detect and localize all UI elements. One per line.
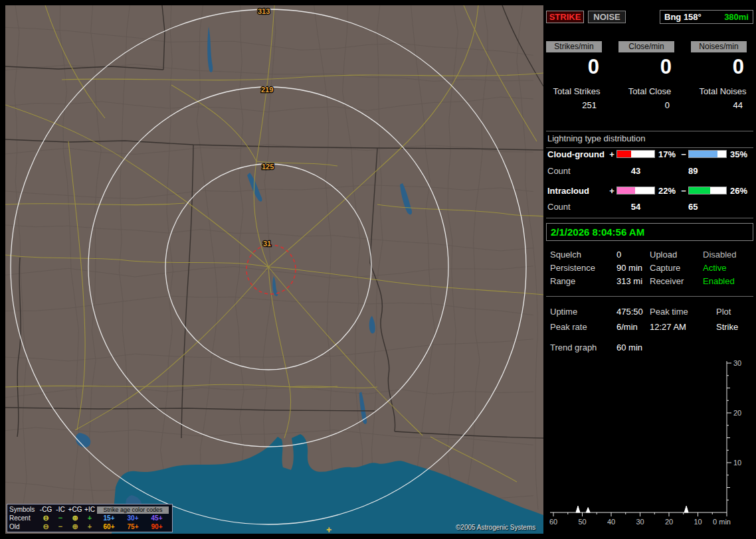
- ring-label-125: 125: [262, 163, 274, 171]
- age-15: 15+: [97, 514, 121, 522]
- strikes-per-min-value: 0: [546, 55, 602, 79]
- settings-row: Range 313 mi Receiver Enabled: [550, 276, 753, 287]
- stats-row: Uptime 475:50 Peak time Plot: [550, 307, 753, 317]
- plot-label: Plot: [716, 307, 753, 317]
- close-per-min-value: 0: [618, 55, 674, 79]
- close-per-min-label: Close/min: [618, 41, 674, 52]
- svg-text:30: 30: [733, 359, 741, 367]
- trend-graph-label: Trend graph: [550, 343, 616, 353]
- cg-count-row: Count 43 89: [546, 165, 753, 176]
- recent-nic-icon: −: [53, 514, 68, 522]
- dist-name: Cloud-ground: [546, 149, 607, 159]
- squelch-value: 0: [616, 250, 650, 260]
- cg-positive-count: 43: [616, 166, 655, 176]
- ring-label-219: 219: [261, 86, 273, 94]
- svg-text:40: 40: [607, 518, 615, 526]
- receiver-label: Receiver: [650, 276, 703, 287]
- total-strikes-label: Total Strikes: [546, 86, 607, 96]
- trend-window-value: 60 min: [616, 343, 753, 353]
- total-noises-label: Total Noises: [692, 86, 753, 96]
- ic-negative-count: 65: [688, 202, 698, 212]
- divider: [546, 296, 753, 297]
- age-90: 90+: [145, 522, 169, 531]
- lightning-map[interactable]: 313 219 125 31 + ©2005 Astrogenic System…: [5, 5, 543, 534]
- legend-recent-row: Recent ⊖ − ⊕ + 15+ 30+ 45+: [9, 514, 170, 522]
- legend-col-pcg: +CG: [68, 505, 82, 514]
- svg-text:20: 20: [665, 518, 673, 526]
- settings-row: Persistence 90 min Capture Active: [550, 263, 753, 273]
- strike-symbol: +: [326, 524, 331, 534]
- cg-negative-bar: [688, 150, 727, 158]
- age-75: 75+: [121, 522, 145, 531]
- svg-text:0 min: 0 min: [713, 518, 731, 526]
- cg-positive-bar: [616, 150, 655, 158]
- noises-per-min-value: 0: [691, 55, 747, 79]
- plot-value: Strike: [716, 322, 753, 333]
- legend-age-header: Strike age color codes: [97, 506, 169, 514]
- ic-positive-bar: [616, 187, 655, 194]
- bearing-label: Bng 158°: [664, 12, 702, 22]
- total-close-value: 0: [619, 100, 680, 110]
- cg-negative-pct: 35%: [727, 149, 751, 159]
- map-legend: Symbols -CG -IC +CG +IC Strike age color…: [7, 504, 173, 532]
- ring-label-31: 31: [263, 240, 271, 248]
- peak-time-label: Peak time: [650, 307, 716, 317]
- uptime-value: 475:50: [616, 307, 650, 317]
- persistence-value: 90 min: [616, 263, 650, 273]
- age-60: 60+: [97, 522, 121, 531]
- total-noises-value: 44: [692, 100, 753, 110]
- divider: [546, 131, 753, 131]
- strike-indicator-button[interactable]: STRIKE: [546, 11, 584, 23]
- receiver-status: Enabled: [703, 276, 753, 287]
- legend-col-pic: +IC: [82, 505, 97, 514]
- trend-graph-row: Trend graph 60 min: [550, 343, 753, 353]
- capture-label: Capture: [650, 263, 703, 273]
- upload-label: Upload: [650, 250, 703, 260]
- old-ncg-icon: ⊖: [39, 522, 53, 531]
- capture-status: Active: [703, 263, 753, 273]
- total-strikes-value: 251: [546, 100, 607, 110]
- nexstorm-window: 313 219 125 31 + ©2005 Astrogenic System…: [0, 0, 756, 539]
- noise-indicator-button[interactable]: NOISE: [588, 11, 626, 23]
- recent-ncg-icon: ⊖: [39, 514, 53, 522]
- count-label: Count: [546, 166, 607, 176]
- stats-row: Peak rate 6/min 12:27 AM Strike: [550, 322, 753, 333]
- trend-graph-canvas: 1020306050403020100 min: [546, 357, 753, 534]
- copyright-text: ©2005 Astrogenic Systems: [456, 524, 535, 531]
- persistence-label: Persistence: [550, 263, 616, 273]
- svg-text:50: 50: [578, 518, 586, 526]
- recent-pic-icon: +: [82, 514, 97, 522]
- ic-negative-bar: [688, 187, 727, 194]
- old-pic-icon: +: [82, 522, 97, 531]
- distribution-row-cloud-ground: Cloud-ground + 17% − 35%: [546, 149, 753, 159]
- peak-time-value: 12:27 AM: [650, 322, 716, 333]
- range-label: Range: [550, 276, 616, 287]
- ic-positive-count: 54: [616, 202, 655, 212]
- legend-col-ncg: -CG: [39, 505, 53, 514]
- datetime-display: 2/1/2026 8:04:56 AM: [546, 223, 753, 241]
- svg-text:20: 20: [733, 409, 741, 417]
- minus-sign: −: [679, 149, 688, 159]
- cg-positive-pct: 17%: [655, 149, 679, 159]
- distribution-header: Lightning type distribution: [546, 133, 753, 148]
- plus-sign: +: [607, 149, 616, 159]
- status-panel: STRIKE NOISE Bng 158° 380mi Strikes/min …: [546, 5, 753, 535]
- peak-rate-label: Peak rate: [550, 322, 616, 333]
- legend-old-label: Old: [9, 522, 39, 531]
- total-close-label: Total Close: [619, 86, 680, 96]
- trend-graph: 1020306050403020100 min: [546, 357, 753, 534]
- minus-sign: −: [679, 186, 688, 196]
- noises-per-min-label: Noises/min: [691, 41, 747, 52]
- range-value: 313 mi: [616, 276, 650, 287]
- old-pcg-icon: ⊕: [68, 522, 82, 531]
- svg-text:10: 10: [694, 518, 702, 526]
- legend-symbols-label: Symbols: [9, 505, 39, 514]
- dist-name: Intracloud: [546, 186, 607, 196]
- svg-text:10: 10: [733, 459, 741, 467]
- upload-status: Disabled: [703, 250, 753, 260]
- ring-label-313: 313: [258, 7, 270, 15]
- age-45: 45+: [145, 514, 169, 522]
- settings-row: Squelch 0 Upload Disabled: [550, 250, 753, 260]
- legend-col-nic: -IC: [53, 505, 68, 514]
- ic-negative-pct: 26%: [727, 186, 751, 196]
